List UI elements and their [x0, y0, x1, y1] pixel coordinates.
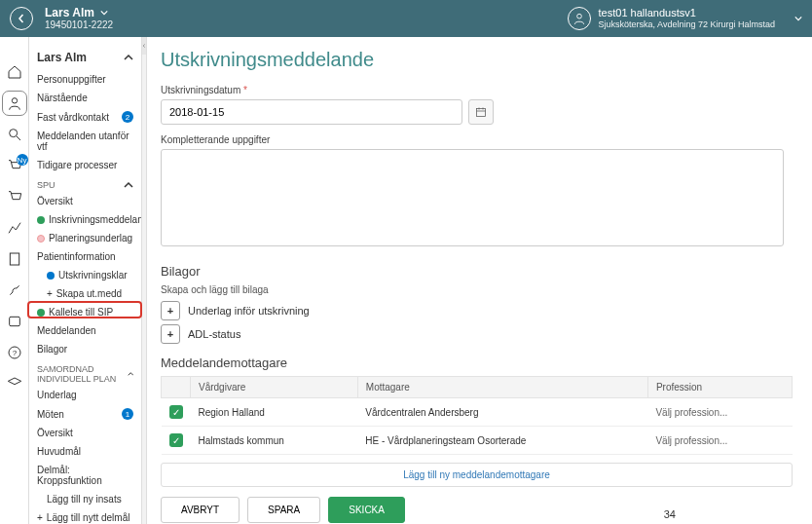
- calendar-button[interactable]: [468, 99, 494, 125]
- add-bilaga-1[interactable]: + Underlag inför utskrivning: [161, 301, 793, 320]
- status-dot: [47, 272, 55, 280]
- chart-icon[interactable]: [7, 220, 22, 236]
- sidebar-item-bilagor[interactable]: Bilagor: [33, 340, 137, 358]
- side-list-spu: Översikt Inskrivningsmeddelande Planerin…: [33, 192, 137, 358]
- status-dot: [37, 309, 45, 317]
- recip-title: Meddelandemottagare: [161, 356, 793, 370]
- sidebar-item-planering[interactable]: Planeringsunderlag: [33, 229, 137, 247]
- th-prof: Profession: [647, 377, 792, 398]
- subhead-label: SPU: [37, 180, 55, 190]
- folder-icon[interactable]: [7, 314, 22, 329]
- patient-name: Lars Alm: [45, 6, 94, 19]
- avatar: [568, 7, 591, 30]
- add-bilaga-2[interactable]: + ADL-status: [161, 324, 793, 344]
- cart2-icon[interactable]: [7, 189, 22, 205]
- back-button[interactable]: [10, 7, 33, 30]
- profession-select[interactable]: Välj profession...: [647, 398, 792, 427]
- th-vard: Vårdgivare: [191, 377, 358, 398]
- sidebar-link-delmal[interactable]: +Lägg till nytt delmål: [33, 508, 137, 524]
- plus-icon: +: [37, 512, 43, 523]
- checkbox-checked[interactable]: ✓: [169, 433, 183, 447]
- status-dot: [37, 216, 45, 224]
- sidebar-item-oversikt[interactable]: Översikt: [33, 192, 137, 210]
- recipient-table: Vårdgivare Mottagare Profession ✓ Region…: [161, 376, 793, 455]
- user-block[interactable]: test01 hallandustsv1 Sjuksköterska, Avde…: [568, 7, 802, 30]
- home-icon[interactable]: [7, 64, 22, 80]
- plus-button[interactable]: +: [161, 301, 180, 320]
- comp-textarea[interactable]: [161, 149, 784, 246]
- icon-column: Ny ?: [0, 37, 29, 524]
- sidebar-item-tidigare[interactable]: Tidigare processer: [33, 156, 137, 174]
- plus-button[interactable]: +: [161, 324, 180, 344]
- bilagor-title: Bilagor: [161, 264, 793, 279]
- subhead-label: SAMORDNAD INDIVIDUELL PLAN: [37, 364, 128, 384]
- cell-vard: Region Halland: [191, 398, 358, 427]
- side-list-sip: Underlag Möten1 Översikt Huvudmål Delmål…: [33, 386, 137, 524]
- add-recipient-button[interactable]: Lägg till ny meddelandemottagare: [161, 463, 793, 487]
- svg-text:?: ?: [12, 349, 17, 357]
- link-icon[interactable]: [7, 282, 22, 298]
- bilaga-label: Underlag inför utskrivning: [188, 305, 310, 317]
- svg-point-1: [12, 98, 17, 103]
- chevron-up-icon: [124, 180, 133, 190]
- date-label: Utskrivningsdatum *: [161, 85, 793, 95]
- chevron-up-icon: [128, 369, 134, 379]
- sidebar-item-medd-ut[interactable]: Meddelanden utanför vtf: [33, 127, 137, 156]
- patient-block[interactable]: Lars Alm 19450101-2222: [45, 6, 113, 31]
- sidebar-item-moten[interactable]: Möten1: [33, 404, 137, 424]
- sidebar-item-huvudmal[interactable]: Huvudmål: [33, 442, 137, 461]
- page-number: 34: [664, 508, 676, 520]
- person-icon[interactable]: [7, 95, 22, 111]
- table-row[interactable]: ✓ Halmstads kommun HE - Vårdplaneringste…: [162, 427, 793, 455]
- side-list-1: Personuppgifter Närstående Fast vårdkont…: [33, 70, 137, 174]
- sidebar-item-oversikt-sip[interactable]: Översikt: [33, 424, 137, 442]
- date-input[interactable]: [161, 99, 462, 125]
- sidebar-item-person[interactable]: Personuppgifter: [33, 70, 137, 89]
- side-head-spu[interactable]: SPU: [33, 174, 137, 192]
- patient-id: 19450101-2222: [45, 19, 113, 31]
- document-icon[interactable]: [7, 251, 22, 267]
- sidebar-item-meddelanden[interactable]: Meddelanden: [33, 321, 137, 340]
- calendar-icon: [475, 106, 487, 118]
- side-panel: Lars Alm Personuppgifter Närstående Fast…: [29, 37, 141, 524]
- cancel-button[interactable]: AVBRYT: [161, 497, 240, 523]
- profession-select[interactable]: Välj profession...: [647, 427, 792, 455]
- splitter-grip[interactable]: [142, 37, 146, 55]
- sidebar-item-delmal[interactable]: Delmål: Kroppsfunktion: [33, 461, 137, 490]
- save-button[interactable]: SPARA: [247, 497, 320, 523]
- sidebar-item-skapa-utmedd[interactable]: +Skapa ut.medd: [33, 284, 137, 303]
- badge: 1: [122, 408, 133, 420]
- chevron-down-icon: [794, 15, 802, 22]
- svg-rect-4: [9, 317, 19, 325]
- bilagor-sub: Skapa och lägg till bilaga: [161, 284, 793, 295]
- sidebar-item-underlag[interactable]: Underlag: [33, 386, 137, 404]
- user-icon: [572, 12, 586, 25]
- cell-vard: Halmstads kommun: [191, 427, 358, 455]
- page-title: Utskrivningsmeddelande: [161, 49, 793, 71]
- side-head-sip[interactable]: SAMORDNAD INDIVIDUELL PLAN: [33, 358, 137, 386]
- help-icon[interactable]: ?: [7, 345, 22, 360]
- chevron-down-icon: [100, 9, 108, 17]
- sidebar-item-narst[interactable]: Närstående: [33, 89, 137, 107]
- splitter[interactable]: [141, 37, 147, 524]
- side-head-patient[interactable]: Lars Alm: [33, 45, 137, 70]
- sidebar-item-fast[interactable]: Fast vårdkontakt2: [33, 107, 137, 127]
- user-name: test01 hallandustsv1: [599, 7, 775, 19]
- chevron-left-icon: [17, 14, 26, 23]
- send-button[interactable]: SKICKA: [328, 497, 405, 523]
- search-icon[interactable]: [7, 127, 22, 142]
- sidebar-item-kallelse[interactable]: Kallelse till SIP: [33, 303, 137, 321]
- svg-point-2: [9, 130, 17, 137]
- th-check: [162, 377, 191, 398]
- side-head-label: Lars Alm: [37, 51, 87, 64]
- checkbox-checked[interactable]: ✓: [169, 405, 183, 419]
- table-row[interactable]: ✓ Region Halland Vårdcentralen Andersber…: [162, 398, 793, 427]
- cart-icon[interactable]: Ny: [7, 158, 22, 173]
- chevron-left-icon: [142, 42, 146, 50]
- education-icon[interactable]: [7, 376, 22, 392]
- sidebar-item-inskriv[interactable]: Inskrivningsmeddelande: [33, 210, 137, 229]
- sidebar-item-utskrivklar[interactable]: Utskrivningsklar: [33, 266, 137, 284]
- sidebar-item-patientinfo[interactable]: Patientinformation: [33, 247, 137, 266]
- sidebar-link-insats[interactable]: Lägg till ny insats: [33, 490, 137, 508]
- cell-mot: HE - Vårdplaneringsteam Osorterade: [357, 427, 647, 455]
